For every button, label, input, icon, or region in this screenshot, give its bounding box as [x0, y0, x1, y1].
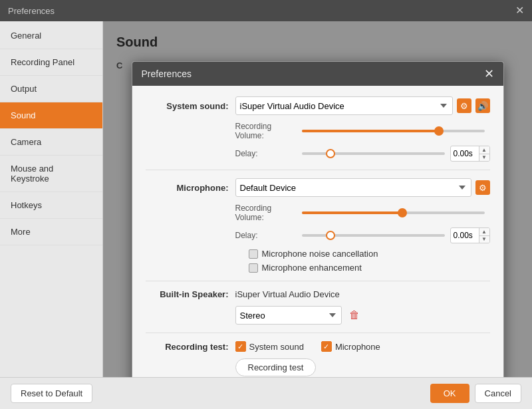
divider-3: [146, 333, 490, 333]
divider-1: [146, 170, 490, 170]
sidebar-item-sound[interactable]: Sound: [0, 102, 102, 129]
system-volume-track[interactable]: [302, 130, 485, 132]
mic-delay-input-wrap: ▲ ▼: [450, 227, 490, 243]
mic-delay-track[interactable]: [302, 234, 445, 237]
main-window: Preferences ✕ General Recording Panel Ou…: [0, 0, 532, 409]
system-volume-row: Recording Volume:: [146, 122, 490, 140]
recording-test-button-row: Recording test: [146, 358, 490, 376]
microphone-gear-icon[interactable]: ⚙: [475, 180, 490, 195]
system-delay-arrows: ▲ ▼: [479, 146, 489, 161]
microphone-label: Microphone:: [146, 183, 235, 193]
recording-test-label: Recording test:: [146, 342, 235, 352]
stereo-select[interactable]: Stereo Mono: [235, 306, 342, 325]
system-sound-dropdown-wrap: iSuper Virtual Audio Device ⚙ 🔊: [235, 96, 490, 115]
system-delay-input[interactable]: [451, 149, 479, 158]
mic-delay-thumb[interactable]: [326, 231, 335, 240]
sidebar: General Recording Panel Output Sound Cam…: [0, 21, 103, 377]
microphone-dropdown-wrap: Default Device ⚙: [235, 178, 490, 197]
system-volume-fill: [302, 130, 439, 132]
system-sound-speaker-icon[interactable]: 🔊: [475, 98, 490, 113]
system-sound-select[interactable]: iSuper Virtual Audio Device: [235, 96, 453, 115]
microphone-check-text: Microphone: [335, 342, 380, 352]
microphone-checkbox[interactable]: [321, 341, 332, 352]
pref-title-bar: Preferences ✕: [132, 62, 503, 86]
cancel-button[interactable]: Cancel: [475, 384, 521, 403]
system-sound-gear-icon[interactable]: ⚙: [457, 98, 471, 113]
pref-body: System sound: iSuper Virtual Audio Devic…: [132, 86, 503, 377]
main-panel: Sound C Preferences ✕ System sound:: [103, 21, 532, 377]
sidebar-item-general[interactable]: General: [0, 21, 102, 49]
main-close-button[interactable]: ✕: [515, 5, 524, 16]
reset-button[interactable]: Reset to Default: [11, 384, 92, 403]
bottom-bar: Reset to Default OK Cancel: [0, 377, 532, 409]
mic-volume-thumb[interactable]: [398, 208, 407, 217]
recording-test-button[interactable]: Recording test: [235, 358, 317, 376]
mic-volume-track[interactable]: [302, 211, 485, 214]
noise-cancellation-checkbox[interactable]: [249, 249, 258, 259]
sidebar-item-camera[interactable]: Camera: [0, 129, 102, 156]
content-area: General Recording Panel Output Sound Cam…: [0, 21, 532, 377]
mic-delay-label: Delay:: [235, 231, 302, 240]
sidebar-item-hotkeys[interactable]: Hotkeys: [0, 192, 102, 219]
mic-enhancement-row: Microphone enhancement: [146, 263, 490, 273]
main-title: Preferences: [8, 6, 55, 16]
system-sound-check-text: System sound: [249, 342, 304, 352]
mic-delay-arrows: ▲ ▼: [479, 228, 489, 243]
recording-test-label-row: Recording test: System sound Microphone: [146, 341, 490, 352]
microphone-select[interactable]: Default Device: [235, 178, 471, 197]
system-delay-label: Delay:: [235, 149, 302, 158]
mic-volume-fill: [302, 211, 402, 214]
builtin-speaker-label: Built-in Speaker:: [146, 289, 235, 299]
divider-2: [146, 281, 490, 281]
microphone-row: Microphone: Default Device ⚙: [146, 178, 490, 197]
pref-close-button[interactable]: ✕: [484, 68, 494, 80]
noise-cancellation-label: Microphone noise cancellation: [262, 249, 378, 259]
mic-enhancement-checkbox[interactable]: [249, 263, 258, 273]
sidebar-item-output[interactable]: Output: [0, 76, 102, 102]
mic-delay-row: Delay: ▲ ▼: [146, 227, 490, 243]
microphone-check-label[interactable]: Microphone: [321, 341, 380, 352]
mic-enhancement-label: Microphone enhancement: [262, 263, 362, 273]
system-delay-track[interactable]: [302, 152, 445, 155]
sidebar-item-mouse-keystroke[interactable]: Mouse and Keystroke: [0, 156, 102, 192]
ok-button[interactable]: OK: [430, 384, 469, 403]
system-volume-thumb[interactable]: [434, 126, 444, 136]
system-sound-check-label[interactable]: System sound: [235, 341, 304, 352]
system-delay-thumb[interactable]: [326, 149, 335, 158]
mic-volume-row: Recording Volume:: [146, 204, 490, 222]
builtin-speaker-value: iSuper Virtual Audio Device: [235, 289, 340, 299]
system-sound-checkbox[interactable]: [235, 341, 246, 352]
system-volume-label: Recording Volume:: [235, 122, 302, 140]
delete-icon[interactable]: 🗑: [347, 308, 362, 323]
builtin-speaker-row: Built-in Speaker: iSuper Virtual Audio D…: [146, 289, 490, 299]
system-delay-down[interactable]: ▼: [479, 154, 489, 162]
bottom-button-group: OK Cancel: [430, 384, 521, 403]
stereo-row: Stereo Mono 🗑: [146, 306, 490, 325]
modal-overlay: Preferences ✕ System sound: iSuper Virtu…: [103, 21, 532, 377]
title-bar: Preferences ✕: [0, 0, 532, 21]
mic-volume-label: Recording Volume:: [235, 204, 302, 222]
recording-test-checks: System sound Microphone: [235, 341, 390, 352]
sidebar-item-recording-panel[interactable]: Recording Panel: [0, 49, 102, 76]
system-sound-label: System sound:: [146, 101, 235, 111]
system-sound-row: System sound: iSuper Virtual Audio Devic…: [146, 96, 490, 115]
preferences-dialog: Preferences ✕ System sound: iSuper Virtu…: [132, 61, 504, 377]
mic-delay-down[interactable]: ▼: [479, 236, 489, 243]
sidebar-item-more[interactable]: More: [0, 219, 102, 245]
mic-delay-up[interactable]: ▲: [479, 228, 489, 236]
noise-cancellation-row: Microphone noise cancellation: [146, 249, 490, 259]
system-delay-input-wrap: ▲ ▼: [450, 146, 490, 162]
mic-delay-input[interactable]: [451, 231, 479, 240]
pref-dialog-title: Preferences: [142, 68, 192, 79]
system-delay-up[interactable]: ▲: [479, 146, 489, 154]
system-delay-row: Delay: ▲ ▼: [146, 146, 490, 162]
